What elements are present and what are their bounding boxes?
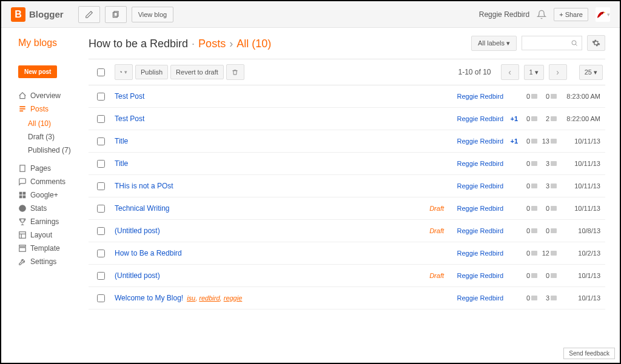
table-row: (Untitled post)DraftReggie Redbird0 0 10… xyxy=(89,220,605,242)
view-icon xyxy=(551,206,557,211)
delete-button[interactable] xyxy=(226,64,244,80)
row-checkbox[interactable] xyxy=(97,137,105,145)
post-date: 10/11/13 xyxy=(557,205,605,212)
nav-template[interactable]: Template xyxy=(18,242,81,255)
per-page-dropdown[interactable]: 25 ▾ xyxy=(579,65,603,80)
post-title-link[interactable]: (Untitled post) xyxy=(115,271,160,280)
post-author-link[interactable]: Reggie Redbird xyxy=(449,93,503,100)
search-input[interactable] xyxy=(522,36,582,50)
breadcrumb-section[interactable]: Posts xyxy=(198,38,226,50)
pager-page-dropdown[interactable]: 1 ▾ xyxy=(524,65,544,80)
nav-comments[interactable]: Comments xyxy=(18,175,81,188)
views-count: 2 xyxy=(537,115,557,122)
bell-icon[interactable] xyxy=(537,10,546,19)
svg-rect-7 xyxy=(19,192,22,195)
view-icon xyxy=(551,273,557,278)
nav-pages[interactable]: Pages xyxy=(18,162,81,175)
table-row: TitleReggie Redbird0 3 10/11/13 xyxy=(89,153,605,175)
post-title-link[interactable]: Title xyxy=(115,137,128,145)
tag-link[interactable]: isu xyxy=(187,294,195,302)
avatar-menu[interactable]: ▾ xyxy=(596,7,610,22)
nav-layout[interactable]: Layout xyxy=(18,228,81,242)
post-author-link[interactable]: Reggie Redbird xyxy=(449,115,503,122)
post-author-link[interactable]: Reggie Redbird xyxy=(449,227,503,234)
views-count: 13 xyxy=(537,137,557,145)
nav-settings[interactable]: Settings xyxy=(18,255,81,268)
chevron-left-icon: ‹ xyxy=(508,67,511,77)
comments-count: 0 xyxy=(518,160,537,167)
share-button[interactable]: + Share xyxy=(554,8,588,21)
post-title-link[interactable]: How to Be a Redbird xyxy=(115,249,182,257)
post-title-link[interactable]: Technical Writing xyxy=(115,204,169,213)
view-icon xyxy=(551,251,557,256)
blogger-logo-icon: B xyxy=(11,7,25,22)
post-title-link[interactable]: Test Post xyxy=(115,114,144,123)
nav-stats[interactable]: Stats xyxy=(18,202,81,215)
gear-icon xyxy=(592,39,600,47)
post-author-link[interactable]: Reggie Redbird xyxy=(449,294,503,302)
post-title-link[interactable]: THis is not a POst xyxy=(115,182,173,190)
post-author-link[interactable]: Reggie Redbird xyxy=(449,182,503,190)
tag-link[interactable]: redbird xyxy=(199,294,220,302)
settings-gear-button[interactable] xyxy=(587,35,605,51)
row-checkbox[interactable] xyxy=(97,93,105,101)
nav-earnings[interactable]: Earnings xyxy=(18,215,81,228)
nav-list: Overview Posts xyxy=(18,89,81,116)
post-title-link[interactable]: Title xyxy=(115,159,128,168)
send-feedback-button[interactable]: Send feedback xyxy=(563,348,615,359)
label-button[interactable]: ▾ xyxy=(115,64,133,80)
post-author-link[interactable]: Reggie Redbird xyxy=(449,137,503,145)
posts-sub-nav: All (10) Draft (3) Published (7) xyxy=(28,117,81,157)
row-checkbox[interactable] xyxy=(97,227,105,235)
view-blog-button[interactable]: View blog xyxy=(132,7,174,22)
draft-badge: Draft xyxy=(429,272,444,279)
row-checkbox[interactable] xyxy=(97,160,105,168)
row-checkbox[interactable] xyxy=(97,182,105,190)
blogger-logo[interactable]: B Blogger xyxy=(11,7,64,22)
row-checkbox[interactable] xyxy=(97,294,105,302)
post-author-link[interactable]: Reggie Redbird xyxy=(449,160,503,167)
post-author-link[interactable]: Reggie Redbird xyxy=(449,250,503,257)
post-author-link[interactable]: Reggie Redbird xyxy=(449,205,503,212)
comment-icon xyxy=(531,184,537,188)
nav-posts[interactable]: Posts xyxy=(18,102,81,116)
post-title-link[interactable]: (Untitled post) xyxy=(115,227,160,235)
sub-nav-draft[interactable]: Draft (3) xyxy=(28,130,81,144)
row-checkbox[interactable] xyxy=(97,115,105,123)
comment-icon xyxy=(531,161,537,166)
posts-list-button[interactable] xyxy=(105,6,127,23)
select-all-checkbox[interactable] xyxy=(97,68,105,76)
breadcrumb-sep: › xyxy=(229,38,233,50)
pager-prev-button[interactable]: ‹ xyxy=(501,64,519,80)
breadcrumb-blog-title[interactable]: How to be a Redbird xyxy=(89,38,188,50)
nav-googleplus[interactable]: Google+ xyxy=(18,188,81,202)
comments-count: 0 xyxy=(518,182,537,190)
current-user-name[interactable]: Reggie Redbird xyxy=(479,10,529,19)
new-post-button[interactable]: New post xyxy=(18,65,57,78)
views-count: 0 xyxy=(537,227,557,234)
svg-rect-5 xyxy=(19,110,23,111)
row-checkbox[interactable] xyxy=(97,272,105,280)
row-checkbox[interactable] xyxy=(97,250,105,257)
comments-count: 0 xyxy=(518,294,537,302)
revert-to-draft-button[interactable]: Revert to draft xyxy=(170,65,224,79)
nav-overview[interactable]: Overview xyxy=(18,89,81,102)
breadcrumb-filter[interactable]: All (10) xyxy=(237,38,271,50)
sub-nav-published[interactable]: Published (7) xyxy=(28,144,81,157)
view-icon xyxy=(551,116,557,121)
row-checkbox[interactable] xyxy=(97,205,105,213)
post-author-link[interactable]: Reggie Redbird xyxy=(449,272,503,279)
table-row: Test PostReggie Redbird0 0 8:23:00 AM xyxy=(89,85,605,108)
views-count: 12 xyxy=(537,250,557,257)
sub-nav-all[interactable]: All (10) xyxy=(28,117,81,130)
publish-button[interactable]: Publish xyxy=(135,65,168,79)
documents-icon xyxy=(112,10,120,19)
post-title-link[interactable]: Welcome to My Blog! xyxy=(115,294,183,302)
pager-next-button[interactable]: › xyxy=(549,64,567,80)
table-row: TitleReggie Redbird+10 13 10/11/13 xyxy=(89,130,605,153)
table-row: Test PostReggie Redbird+10 2 8:22:00 AM xyxy=(89,108,605,130)
all-labels-dropdown[interactable]: All labels ▾ xyxy=(471,36,517,51)
tag-link[interactable]: reggie xyxy=(224,294,243,302)
post-title-link[interactable]: Test Post xyxy=(115,92,144,101)
compose-button[interactable] xyxy=(78,6,100,23)
